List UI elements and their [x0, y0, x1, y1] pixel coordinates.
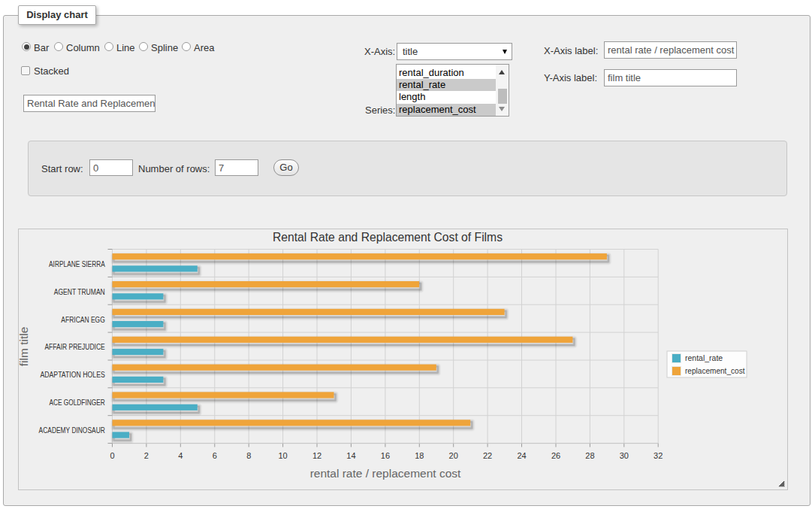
svg-text:replacement_cost: replacement_cost — [685, 366, 745, 375]
svg-text:2: 2 — [144, 451, 149, 460]
svg-text:AGENT TRUMAN: AGENT TRUMAN — [54, 288, 105, 296]
svg-text:22: 22 — [483, 451, 492, 460]
svg-text:0: 0 — [110, 451, 114, 460]
svg-text:rental_rate: rental_rate — [685, 353, 723, 362]
svg-text:film title: film title — [19, 327, 30, 367]
svg-text:4: 4 — [178, 451, 183, 460]
svg-text:AIRPLANE SIERRA: AIRPLANE SIERRA — [49, 260, 105, 268]
svg-text:AFRICAN EGG: AFRICAN EGG — [61, 316, 105, 324]
svg-text:16: 16 — [381, 451, 390, 460]
svg-text:26: 26 — [551, 451, 560, 460]
svg-text:AFFAIR PREJUDICE: AFFAIR PREJUDICE — [44, 343, 105, 351]
svg-text:20: 20 — [449, 451, 458, 460]
svg-text:Rental Rate and Replacement Co: Rental Rate and Replacement Cost of Film… — [273, 231, 503, 244]
svg-text:rental rate / replacement cost: rental rate / replacement cost — [310, 467, 461, 480]
svg-text:10: 10 — [278, 451, 287, 460]
svg-text:ACADEMY DINOSAUR: ACADEMY DINOSAUR — [39, 426, 105, 435]
svg-text:ADAPTATION HOLES: ADAPTATION HOLES — [40, 371, 105, 379]
svg-text:32: 32 — [654, 451, 663, 460]
svg-text:18: 18 — [415, 451, 424, 460]
svg-text:ACE GOLDFINGER: ACE GOLDFINGER — [49, 398, 104, 407]
svg-text:14: 14 — [346, 451, 355, 460]
svg-text:28: 28 — [585, 451, 594, 460]
svg-text:12: 12 — [312, 451, 321, 460]
svg-text:24: 24 — [517, 451, 526, 460]
svg-text:8: 8 — [246, 451, 251, 460]
svg-text:6: 6 — [213, 451, 217, 460]
svg-text:30: 30 — [620, 451, 629, 460]
